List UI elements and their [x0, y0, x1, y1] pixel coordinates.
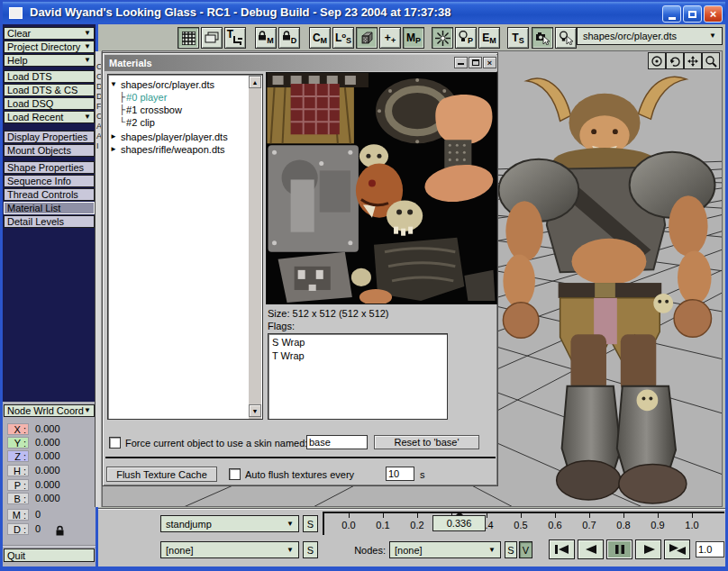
divider: [105, 457, 496, 458]
maximize-button[interactable]: [683, 5, 702, 23]
collapsed-arrow-icon[interactable]: ►: [110, 145, 121, 153]
windows-button[interactable]: [201, 27, 223, 49]
mp-sub-label: P: [415, 36, 421, 45]
pan-tool-button[interactable]: [684, 52, 702, 69]
quit-button[interactable]: Quit: [4, 548, 95, 562]
auto-flush-checkbox[interactable]: [229, 468, 241, 480]
orc-model: [488, 69, 721, 505]
lock-materials-button[interactable]: M: [255, 27, 277, 49]
scroll-up-button[interactable]: ▲: [249, 76, 261, 88]
titlebar[interactable]: David Wyand's Looking Glass - RC1 - Debu…: [3, 2, 725, 23]
tree-root-player[interactable]: ►shapes/player/player.dts: [110, 131, 228, 142]
minimize-button[interactable]: [662, 5, 681, 23]
reset-skin-button[interactable]: Reset to 'base': [374, 435, 479, 449]
coord-value-d: 0: [35, 523, 41, 534]
mp-button[interactable]: MP: [403, 27, 424, 49]
sidebar-detail-levels[interactable]: Detail Levels: [4, 215, 95, 228]
sidebar-display-properties[interactable]: Display Properties: [4, 131, 95, 143]
divider: [3, 545, 96, 547]
timeline-ruler[interactable]: 0.0 0.1 0.2 0.3 0.4 0.5 0.6 0.7 0.8 0.9 …: [323, 512, 724, 535]
dialog-maximize-button[interactable]: [469, 57, 482, 68]
button-label: Thread Controls: [7, 189, 78, 200]
los-label: L: [335, 32, 341, 44]
dialog-minimize-button[interactable]: [454, 57, 468, 68]
nodes-v-button[interactable]: V: [519, 541, 532, 558]
sidebar: Clear▼ Project Directory▼ Help▼ Load DTS…: [3, 24, 96, 566]
flag-item[interactable]: T Wrap: [272, 349, 443, 363]
sidebar-sequence-info[interactable]: Sequence Info: [4, 175, 95, 187]
ts-button[interactable]: TS: [507, 27, 529, 49]
scroll-down-button[interactable]: ▼: [249, 404, 261, 417]
nodes-dropdown[interactable]: [none] ▼: [389, 541, 501, 558]
sequence-s-button[interactable]: S: [303, 515, 318, 532]
timeline-thumb[interactable]: 0.336: [432, 515, 486, 531]
pause-icon: [610, 544, 630, 555]
coord-value-p: 0.000: [35, 479, 60, 490]
dialog-titlebar[interactable]: Materials: [105, 55, 497, 71]
auto-flush-unit: s: [420, 469, 425, 480]
objects-dropdown[interactable]: [none] ▼: [160, 541, 299, 558]
sidebar-load-dsq[interactable]: Load DSQ: [4, 97, 95, 110]
shape-file-dropdown[interactable]: shapes/orc/player.dts ▼: [577, 27, 723, 45]
sidebar-menu-project-directory[interactable]: Project Directory▼: [4, 41, 95, 53]
plus-plus-button[interactable]: ++: [379, 27, 401, 49]
tree-scrollbar[interactable]: ▲ ▼: [249, 76, 261, 419]
materials-dialog[interactable]: Materials × ▼shapes/orc/player.dts ├#0 p…: [102, 52, 498, 486]
tree-item-clip[interactable]: └#2 clip: [119, 116, 155, 128]
bulb-p-button[interactable]: P: [455, 27, 477, 49]
tree-root-weapon[interactable]: ►shapes/rifle/weapon.dts: [110, 143, 225, 155]
sidebar-load-recent[interactable]: Load Recent▼: [4, 111, 95, 123]
sidebar-load-dts-cs[interactable]: Load DTS & CS: [4, 84, 95, 96]
zoom-tool-button[interactable]: [702, 52, 720, 69]
rotate-tool-button[interactable]: [666, 52, 684, 69]
camera-pick-button[interactable]: [532, 27, 553, 49]
sidebar-shape-properties[interactable]: Shape Properties: [4, 161, 95, 174]
sidebar-thread-controls[interactable]: Thread Controls: [4, 188, 95, 201]
em-button[interactable]: EM: [478, 27, 500, 49]
lock-icon[interactable]: [55, 525, 65, 536]
play-button[interactable]: [635, 539, 661, 559]
t-tool-button[interactable]: T: [224, 27, 246, 49]
play-reverse-button[interactable]: [578, 539, 604, 559]
tree-item-crossbow[interactable]: ├#1 crossbow: [119, 104, 182, 115]
light-burst-button[interactable]: [432, 27, 453, 49]
sidebar-material-list[interactable]: Material List: [4, 202, 95, 214]
flush-texture-cache-button[interactable]: Flush Texture Cache: [106, 467, 217, 482]
coord-chip-b: B :: [7, 493, 29, 504]
light-pick-button[interactable]: [555, 27, 577, 49]
tree-label: #1 crossbow: [126, 104, 182, 115]
playback-speed-input[interactable]: [696, 541, 724, 557]
minimize-icon: [669, 17, 676, 20]
close-button[interactable]: ×: [704, 5, 723, 23]
skin-name-input[interactable]: [306, 435, 368, 449]
pause-button[interactable]: [606, 539, 632, 559]
skip-to-start-button[interactable]: [549, 539, 575, 559]
sidebar-load-dts[interactable]: Load DTS: [4, 70, 95, 83]
down-arrow-icon: ▼: [252, 408, 259, 414]
grid-toggle-button[interactable]: [177, 27, 199, 49]
force-skin-checkbox[interactable]: [109, 437, 121, 449]
texture-size-text: Size: 512 x 512 (512 x 512): [268, 308, 389, 319]
nodes-s-button[interactable]: S: [505, 541, 517, 558]
sidebar-mount-objects[interactable]: Mount Objects: [4, 144, 95, 157]
auto-flush-interval-input[interactable]: [386, 467, 414, 481]
sidebar-menu-clear[interactable]: Clear▼: [4, 27, 95, 40]
cm-button[interactable]: CM: [309, 27, 331, 49]
sequence-dropdown[interactable]: standjump ▼: [160, 515, 299, 532]
sidebar-menu-help[interactable]: Help▼: [4, 54, 95, 67]
lock-details-button[interactable]: D: [278, 27, 300, 49]
flag-item[interactable]: S Wrap: [272, 336, 443, 349]
cube-button[interactable]: [356, 27, 378, 49]
tree-item-player[interactable]: ├#0 player: [119, 91, 167, 103]
ping-pong-button[interactable]: [664, 539, 690, 559]
bulb-cursor-icon: [559, 31, 574, 45]
flags-listbox[interactable]: S Wrap T Wrap: [268, 333, 448, 420]
dialog-close-button[interactable]: ×: [483, 57, 496, 68]
coord-mode-dropdown[interactable]: Node Wrld Coord▼: [4, 404, 95, 417]
expanded-arrow-icon[interactable]: ▼: [110, 80, 121, 88]
los-button[interactable]: LoS: [332, 27, 354, 49]
em-label: E: [482, 32, 489, 44]
tree-root-orc[interactable]: ▼shapes/orc/player.dts: [110, 78, 214, 90]
orbit-tool-button[interactable]: [648, 52, 666, 69]
collapsed-arrow-icon[interactable]: ►: [110, 132, 121, 140]
